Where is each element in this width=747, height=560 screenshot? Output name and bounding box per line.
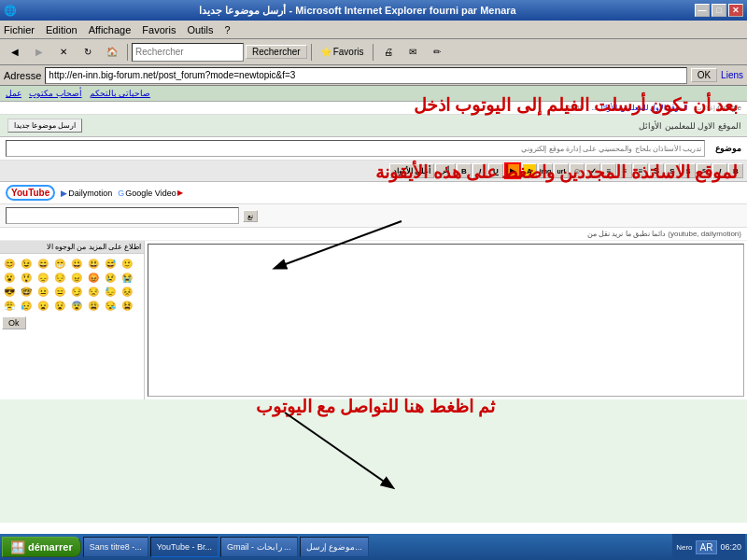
smiley-28[interactable]: 😧 <box>53 299 66 312</box>
back-button[interactable]: ◀ <box>4 42 26 63</box>
annotation-text-3: ثم اظغط هنا للتواصل مع اليوتوب <box>168 395 495 420</box>
subject-input[interactable] <box>6 140 705 157</box>
smiley-13[interactable]: 😠 <box>70 271 83 284</box>
smiley-24[interactable]: 😣 <box>120 285 134 298</box>
smiley-27[interactable]: 😦 <box>36 299 49 312</box>
smiley-31[interactable]: 😪 <box>104 299 117 312</box>
nav-link-3[interactable]: عمل <box>6 89 21 98</box>
menu-favoris[interactable]: Favoris <box>142 24 176 35</box>
smiley-10[interactable]: 😲 <box>20 271 33 284</box>
favoris-button[interactable]: ⭐ Favoris <box>316 45 369 59</box>
menu-outils[interactable]: Outils <box>187 24 213 35</box>
smiley-22[interactable]: 😒 <box>87 285 100 298</box>
taskbar-item-1[interactable]: Sans titre8 -... <box>83 537 148 557</box>
smiley-4[interactable]: 😁 <box>53 257 66 270</box>
taskbar-item-3[interactable]: Gmail - رابحات ... <box>220 537 298 557</box>
youtube-tab[interactable]: YouTube <box>6 185 55 201</box>
title-text: أرسل موضوعا جديدا - Microsoft Internet E… <box>21 5 695 17</box>
smileys-ok-button[interactable]: Ok <box>2 316 26 329</box>
title-bar: 🌐 أرسل موضوعا جديدا - Microsoft Internet… <box>0 0 747 21</box>
hint-text: (youtube, dailymotion) دائما نطبق ما نري… <box>0 228 747 241</box>
smiley-15[interactable]: 😢 <box>104 271 117 284</box>
print-button[interactable]: 🖨 <box>377 42 400 63</box>
smiley-2[interactable]: 😉 <box>20 257 33 270</box>
subject-row: موضوع <box>0 137 747 161</box>
editor-bottom-row: اطلاع على المزيد من الوجوه الا 😊 😉 😄 😁 😀… <box>0 241 747 399</box>
maximize-button[interactable]: □ <box>712 4 726 17</box>
smiley-21[interactable]: 😏 <box>70 285 83 298</box>
smiley-6[interactable]: 😃 <box>87 257 100 270</box>
smileys-panel: اطلاع على المزيد من الوجوه الا 😊 😉 😄 😁 😀… <box>0 241 145 399</box>
breadcrumb-text: الموقع الاول للمعلمين الأوائل <box>639 121 741 131</box>
search-button[interactable]: Rechercher <box>246 45 307 59</box>
smiley-11[interactable]: 😞 <box>36 271 49 284</box>
menu-bar: Fichier Edition Affichage Favoris Outils… <box>0 21 747 39</box>
menu-edition[interactable]: Edition <box>46 24 78 35</box>
video-ok-button[interactable]: نع <box>243 210 258 222</box>
annotation-text-2: لموقع الاساتذة المجددين واضغط على هذه ال… <box>374 161 738 186</box>
smiley-5[interactable]: 😀 <box>70 257 83 270</box>
svg-line-2 <box>285 413 392 487</box>
home-button[interactable]: 🏠 <box>101 42 123 63</box>
go-button[interactable]: OK <box>691 68 717 82</box>
search-input[interactable] <box>132 43 244 62</box>
smiley-20[interactable]: 😑 <box>53 285 66 298</box>
close-button[interactable]: ✕ <box>728 4 743 17</box>
refresh-button[interactable]: ↻ <box>77 42 99 63</box>
address-label: Adresse <box>4 70 41 81</box>
smiley-9[interactable]: 😮 <box>3 271 16 284</box>
taskbar-item-2[interactable]: YouTube - Br... <box>150 537 218 557</box>
address-bar: Adresse OK Liens <box>0 65 747 86</box>
new-topic-button[interactable]: ارسل موضوعا جديدا <box>7 119 82 133</box>
smiley-32[interactable]: 😫 <box>120 299 134 312</box>
edit-button[interactable]: ✏ <box>426 42 448 63</box>
dailymotion-tab[interactable]: ▶ Dailymotion <box>61 189 112 198</box>
smiley-16[interactable]: 😭 <box>120 271 134 284</box>
smiley-1[interactable]: 😊 <box>3 257 16 270</box>
smiley-26[interactable]: 😥 <box>20 299 33 312</box>
smiley-30[interactable]: 😩 <box>87 299 100 312</box>
video-url-row: نع <box>0 204 747 228</box>
links-text[interactable]: Liens <box>721 70 743 80</box>
nav-link-2[interactable]: أصحاب مكتوب <box>29 89 82 98</box>
toolbar: ◀ ▶ ✕ ↻ 🏠 Rechercher ⭐ Favoris 🖨 ✉ ✏ <box>0 39 747 65</box>
start-button[interactable]: 🪟 démarrer <box>2 537 81 557</box>
video-url-input[interactable] <box>6 207 239 224</box>
text-area-container <box>145 241 747 399</box>
annotation-text-1: بعد أن تكون أرسلت الفيلم إلى اليوتوب اذخ… <box>383 93 738 119</box>
forum-container: صاحباتي بالتحكم أصحاب مكتوب عمل Google إ… <box>0 86 747 523</box>
taskbar-items: Sans titre8 -... YouTube - Br... Gmail -… <box>83 537 671 557</box>
smiley-18[interactable]: 🤓 <box>20 285 33 298</box>
address-input[interactable] <box>45 67 686 84</box>
taskbar-item-4[interactable]: موضوع إرسل... <box>300 537 369 557</box>
breadcrumb-row: الموقع الاول للمعلمين الأوائل ارسل موضوع… <box>0 115 747 137</box>
smiley-14[interactable]: 😡 <box>87 271 100 284</box>
menu-affichage[interactable]: Affichage <box>89 24 132 35</box>
taskbar: 🪟 démarrer Sans titre8 -... YouTube - Br… <box>0 534 747 560</box>
post-textarea[interactable] <box>148 244 744 397</box>
smiley-23[interactable]: 😓 <box>104 285 117 298</box>
menu-help[interactable]: ? <box>225 24 231 35</box>
smiley-12[interactable]: 😔 <box>53 271 66 284</box>
smiley-8[interactable]: 🙂 <box>120 257 134 270</box>
main-content: صاحباتي بالتحكم أصحاب مكتوب عمل Google إ… <box>0 86 747 541</box>
forward-button[interactable]: ▶ <box>28 42 50 63</box>
clock: 06:20 <box>720 542 741 552</box>
smiley-25[interactable]: 😤 <box>3 299 16 312</box>
mail-button[interactable]: ✉ <box>402 42 424 63</box>
smiley-17[interactable]: 😎 <box>3 285 16 298</box>
menu-fichier[interactable]: Fichier <box>4 24 35 35</box>
stop-button[interactable]: ✕ <box>52 42 75 63</box>
smiley-29[interactable]: 😨 <box>70 299 83 312</box>
language-indicator[interactable]: AR <box>696 540 718 554</box>
nav-link-1[interactable]: صاحباتي بالتحكم <box>90 89 151 98</box>
minimize-button[interactable]: — <box>695 4 710 17</box>
google-video-tab[interactable]: G Google Video ▶ <box>118 189 182 198</box>
smileys-grid: 😊 😉 😄 😁 😀 😃 😅 🙂 😮 😲 😞 😔 😠 😡 😢 😭 <box>0 254 144 315</box>
smiley-3[interactable]: 😄 <box>36 257 49 270</box>
video-tabs-row: YouTube ▶ Dailymotion G Google Video ▶ <box>0 182 747 204</box>
smiley-7[interactable]: 😅 <box>104 257 117 270</box>
nero-label: Nero <box>676 543 692 552</box>
smiley-19[interactable]: 😐 <box>36 285 49 298</box>
smileys-header: اطلاع على المزيد من الوجوه الا <box>0 241 144 254</box>
